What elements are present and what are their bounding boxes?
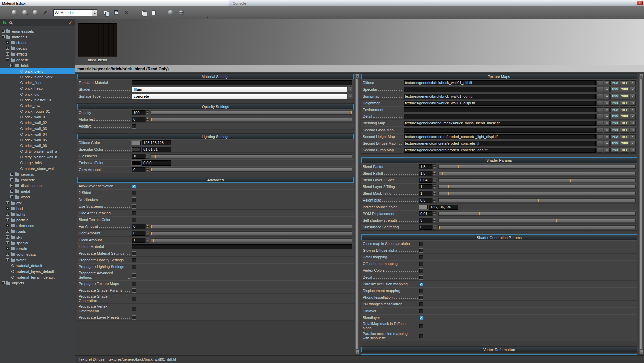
open-psd-button[interactable]: PSD: [610, 121, 619, 126]
slider-track[interactable]: [438, 178, 636, 182]
tree-item-brick-floor[interactable]: brick_floor: [0, 80, 75, 85]
numeric-spinner[interactable]: 1▴▾: [419, 191, 436, 196]
apply-button[interactable]: A: [604, 101, 610, 106]
slider-track[interactable]: [151, 168, 352, 172]
open-psd-button[interactable]: PSD: [610, 101, 619, 106]
spin-down-icon[interactable]: ▾: [145, 156, 149, 159]
tree-item-ceramic[interactable]: +ceramic: [0, 171, 75, 177]
slider-handle-icon[interactable]: [151, 232, 152, 235]
collapse-button[interactable]: <: [630, 80, 636, 85]
tree-item-clouds[interactable]: +clouds: [0, 40, 75, 45]
validate-icon[interactable]: ✓: [69, 20, 72, 25]
tree-item-material-terrain-default[interactable]: material_terrain_default: [0, 274, 75, 280]
open-tiff-button[interactable]: TIFF: [620, 101, 629, 106]
tree-item-engineassets[interactable]: +engineassets: [0, 28, 75, 34]
slider-track[interactable]: [151, 238, 352, 242]
delete-material-button[interactable]: ×: [122, 8, 131, 17]
spin-up-icon[interactable]: ▴: [432, 225, 436, 227]
section-header[interactable]: Advanced: [77, 177, 354, 183]
checkbox[interactable]: [419, 302, 423, 306]
color-value-field[interactable]: 128,128,128: [142, 140, 171, 145]
pick-material-button[interactable]: [41, 8, 50, 17]
tree-item-nature-stone-wall[interactable]: nature_stone_wall: [0, 166, 75, 171]
spin-up-icon[interactable]: ▴: [145, 231, 149, 233]
numeric-spinner[interactable]: 1.5▴▾: [419, 164, 436, 169]
spinner-arrows-icon[interactable]: ▴▾: [145, 154, 149, 159]
checkbox[interactable]: [132, 197, 136, 202]
checkbox[interactable]: [132, 297, 136, 301]
checkbox[interactable]: [132, 265, 136, 269]
open-tiff-button[interactable]: TIFF: [620, 87, 629, 92]
reset-material-on-selection-button[interactable]: [20, 8, 29, 17]
slider-track[interactable]: [438, 165, 636, 169]
checkbox[interactable]: [132, 191, 136, 195]
expand-toggle-icon[interactable]: +: [10, 195, 13, 198]
open-psd-button[interactable]: PSD: [610, 87, 619, 92]
slider-handle-icon[interactable]: [556, 219, 557, 222]
checkbox[interactable]: [132, 288, 136, 293]
color-value-field[interactable]: 136,136,136: [429, 205, 458, 210]
apply-button[interactable]: A: [604, 114, 610, 119]
expand-toggle-icon[interactable]: +: [6, 241, 9, 244]
slider-handle-icon[interactable]: [351, 111, 352, 114]
expand-toggle-icon[interactable]: +: [6, 52, 9, 56]
reload-icon[interactable]: ↻: [3, 21, 6, 25]
title-bar[interactable]: Material Editor Console ×: [0, 0, 644, 6]
tree-item-gfx[interactable]: +gfx: [0, 200, 75, 206]
slider-track[interactable]: [151, 111, 352, 115]
tree-item-decals[interactable]: +decals: [0, 45, 75, 51]
tree-item-sky[interactable]: +sky: [0, 234, 75, 240]
checkbox[interactable]: ✓: [419, 282, 423, 286]
expand-toggle-icon[interactable]: +: [6, 201, 9, 204]
browse-button[interactable]: ...: [596, 128, 603, 133]
slider-handle-icon[interactable]: [479, 212, 480, 215]
preview-sphere-button[interactable]: [166, 8, 175, 17]
tree-item-brick-blend[interactable]: brick_blend: [0, 68, 75, 74]
scroll-up-icon[interactable]: ▲: [355, 74, 359, 78]
spinner-arrows-icon[interactable]: ▴▾: [145, 224, 149, 229]
tree-item-particle[interactable]: +particle: [0, 217, 75, 223]
tree-item-brick-old[interactable]: brick_old: [0, 91, 75, 97]
color-swatch[interactable]: [419, 205, 428, 209]
apply-button[interactable]: A: [604, 107, 610, 112]
collapse-button[interactable]: <: [630, 128, 636, 133]
spin-down-icon[interactable]: ▾: [432, 227, 436, 230]
tree-item-brick[interactable]: -brick: [0, 63, 75, 68]
numeric-spinner[interactable]: 0.04▴▾: [419, 178, 436, 183]
color-value-field[interactable]: 0,0,0: [142, 160, 171, 166]
collapse-button[interactable]: <: [630, 107, 636, 112]
spinner-arrows-icon[interactable]: ▴▾: [145, 231, 149, 236]
right-column-scrollbar[interactable]: ▲ ▼: [639, 73, 643, 355]
browse-button[interactable]: ...: [596, 87, 603, 92]
tree-item-generic[interactable]: -generic: [0, 57, 75, 63]
texture-path-input[interactable]: [404, 87, 596, 92]
spinner-arrows-icon[interactable]: ▴▾: [432, 225, 436, 230]
open-tiff-button[interactable]: TIFF: [620, 80, 629, 85]
texture-path-input[interactable]: [404, 114, 596, 119]
spinner-arrows-icon[interactable]: ▴▾: [145, 110, 149, 115]
slider-track[interactable]: [151, 231, 352, 235]
slider-track[interactable]: [438, 172, 636, 175]
checkbox[interactable]: [419, 334, 423, 338]
spin-up-icon[interactable]: ▴: [145, 154, 149, 156]
slider-track[interactable]: [438, 225, 636, 229]
spinner-arrows-icon[interactable]: ▴▾: [432, 178, 436, 183]
spinner-arrows-icon[interactable]: ▴▾: [432, 171, 436, 176]
slider-track[interactable]: [438, 212, 636, 216]
collapse-button[interactable]: <: [630, 87, 636, 92]
checkbox[interactable]: [419, 248, 423, 253]
slider-handle-icon[interactable]: [458, 165, 459, 168]
color-swatch[interactable]: [132, 141, 141, 145]
combo-arrows-icon[interactable]: ▴▾: [92, 10, 97, 16]
tree-item-materials[interactable]: -materials: [0, 34, 75, 40]
spin-down-icon[interactable]: ▾: [432, 193, 436, 196]
spin-down-icon[interactable]: ▾: [432, 200, 436, 203]
slider-track[interactable]: [438, 192, 636, 195]
slider-track[interactable]: [151, 118, 352, 121]
open-tiff-button[interactable]: TIFF: [620, 141, 629, 146]
spin-up-icon[interactable]: ▴: [432, 218, 436, 221]
slider-handle-icon[interactable]: [151, 225, 152, 228]
slider-handle-icon[interactable]: [155, 155, 156, 158]
checkbox[interactable]: [419, 289, 423, 293]
collapse-button[interactable]: <: [630, 134, 636, 139]
